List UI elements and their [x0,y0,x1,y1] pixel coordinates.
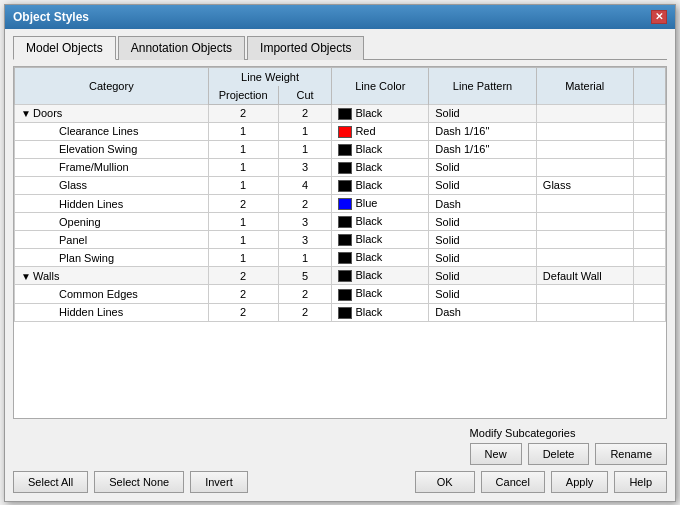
cell-category: Frame/Mullion [15,158,209,176]
cell-category: Glass [15,176,209,194]
expand-icon[interactable]: ▼ [21,108,31,119]
cell-line-color[interactable]: Black [332,249,429,267]
select-none-button[interactable]: Select None [94,471,184,493]
help-button[interactable]: Help [614,471,667,493]
cell-material [536,231,633,249]
col-header-line-color: Line Color [332,67,429,104]
cell-line-color[interactable]: Black [332,140,429,158]
cell-category: ▼Doors [15,104,209,122]
cell-line-pattern: Solid [429,249,537,267]
tab-annotation-objects[interactable]: Annotation Objects [118,36,245,60]
tab-imported-objects[interactable]: Imported Objects [247,36,364,60]
cell-projection: 2 [208,194,278,212]
cell-projection: 2 [208,285,278,303]
color-swatch [338,234,352,246]
table-row[interactable]: Plan Swing11BlackSolid [15,249,666,267]
cell-empty [633,158,665,176]
col-header-projection: Projection [208,86,278,105]
col-header-category: Category [15,67,209,104]
cell-line-pattern: Solid [429,158,537,176]
table-row[interactable]: ▼Walls25BlackSolidDefault Wall [15,267,666,285]
table-body: ▼Doors22BlackSolidClearance Lines11RedDa… [15,104,666,321]
table-row[interactable]: Elevation Swing11BlackDash 1/16" [15,140,666,158]
table-row[interactable]: Frame/Mullion13BlackSolid [15,158,666,176]
table-row[interactable]: Common Edges22BlackSolid [15,285,666,303]
cell-line-pattern: Solid [429,267,537,285]
table-row[interactable]: Hidden Lines22BlueDash [15,194,666,212]
cell-line-color[interactable]: Black [332,104,429,122]
cell-line-pattern: Solid [429,176,537,194]
select-all-button[interactable]: Select All [13,471,88,493]
cell-empty [633,194,665,212]
cell-line-pattern: Dash 1/16" [429,140,537,158]
cell-line-color[interactable]: Red [332,122,429,140]
cell-empty [633,267,665,285]
cell-line-color[interactable]: Black [332,303,429,321]
cell-line-color[interactable]: Black [332,267,429,285]
cell-projection: 1 [208,231,278,249]
title-bar: Object Styles ✕ [5,5,675,29]
cell-line-color[interactable]: Black [332,158,429,176]
color-swatch [338,126,352,138]
tab-model-objects[interactable]: Model Objects [13,36,116,60]
expand-icon[interactable]: ▼ [21,271,31,282]
rename-button[interactable]: Rename [595,443,667,465]
cell-empty [633,303,665,321]
object-styles-dialog: Object Styles ✕ Model Objects Annotation… [4,4,676,502]
cell-line-pattern: Solid [429,213,537,231]
table-row[interactable]: Opening13BlackSolid [15,213,666,231]
cell-line-color[interactable]: Black [332,285,429,303]
close-button[interactable]: ✕ [651,10,667,24]
new-button[interactable]: New [470,443,522,465]
ok-button[interactable]: OK [415,471,475,493]
dialog-title: Object Styles [13,10,89,24]
selection-buttons: Select All Select None Invert [13,471,248,493]
cell-projection: 1 [208,158,278,176]
table-row[interactable]: Panel13BlackSolid [15,231,666,249]
cell-projection: 2 [208,104,278,122]
cell-material: Default Wall [536,267,633,285]
cell-material [536,303,633,321]
cell-material [536,104,633,122]
cell-empty [633,140,665,158]
cell-cut: 2 [278,303,332,321]
invert-button[interactable]: Invert [190,471,248,493]
cell-line-color[interactable]: Blue [332,194,429,212]
color-swatch [338,252,352,264]
color-swatch [338,180,352,192]
cell-empty [633,213,665,231]
cancel-button[interactable]: Cancel [481,471,545,493]
color-swatch [338,289,352,301]
cell-empty [633,122,665,140]
table-row[interactable]: ▼Doors22BlackSolid [15,104,666,122]
cell-line-pattern: Dash 1/16" [429,122,537,140]
cell-line-pattern: Solid [429,104,537,122]
cell-material [536,122,633,140]
cell-line-color[interactable]: Black [332,231,429,249]
bottom-section: Select All Select None Invert Modify Sub… [13,427,667,493]
cell-line-pattern: Dash [429,303,537,321]
col-header-line-weight: Line Weight [208,67,332,86]
cell-empty [633,176,665,194]
cell-category: Elevation Swing [15,140,209,158]
apply-button[interactable]: Apply [551,471,609,493]
cell-empty [633,231,665,249]
cell-cut: 4 [278,176,332,194]
table-row[interactable]: Hidden Lines22BlackDash [15,303,666,321]
object-styles-table-container: Category Line Weight Line Color Line Pat… [13,66,667,419]
color-swatch [338,108,352,120]
table-row[interactable]: Clearance Lines11RedDash 1/16" [15,122,666,140]
cell-cut: 2 [278,285,332,303]
color-swatch [338,270,352,282]
cell-category: Common Edges [15,285,209,303]
color-swatch [338,144,352,156]
modify-subcategories-label: Modify Subcategories [470,427,576,439]
color-swatch [338,198,352,210]
delete-button[interactable]: Delete [528,443,590,465]
cell-category: Panel [15,231,209,249]
table-row[interactable]: Glass14BlackSolidGlass [15,176,666,194]
object-styles-table: Category Line Weight Line Color Line Pat… [14,67,666,322]
col-header-cut: Cut [278,86,332,105]
cell-line-color[interactable]: Black [332,213,429,231]
cell-line-color[interactable]: Black [332,176,429,194]
